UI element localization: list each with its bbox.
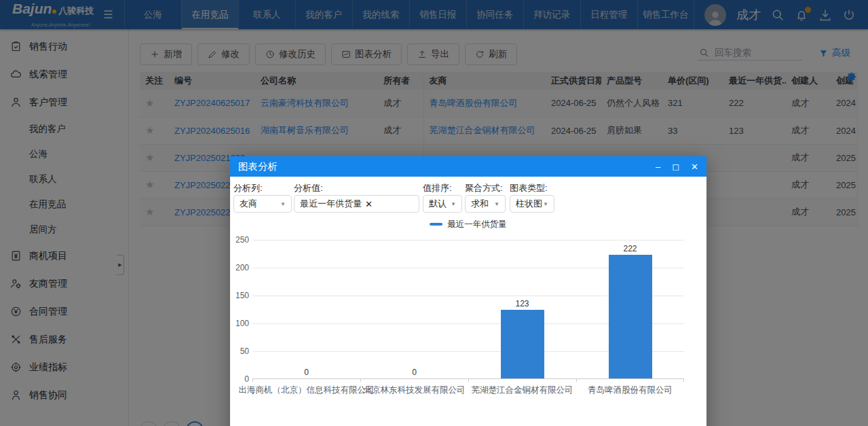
y-axis-tick-label: 200: [227, 263, 249, 272]
aggregation-label: 聚合方式:: [465, 181, 510, 195]
analysis-column-label: 分析列:: [233, 181, 294, 195]
chart-type-label: 图表类型:: [510, 181, 557, 195]
modal-header[interactable]: 图表分析 – ◻ ✕: [230, 156, 706, 177]
chart-plot-area: 0501001502002500出海商机（北京）信息科技有限公司0北京林东科技发…: [252, 240, 684, 379]
bar-chart: 最近一年供货量 0501001502002500出海商机（北京）信息科技有限公司…: [230, 217, 706, 379]
x-axis-category-label: 青岛啤酒股份有限公司: [588, 385, 673, 396]
chart-type-field: 图表类型: 柱状图 ▼: [510, 181, 557, 213]
x-axis-category-label: 芜湖楚江合金铜材有限公司: [472, 385, 573, 396]
sort-value: 默认: [429, 198, 447, 210]
analysis-column-value: 友商: [240, 198, 257, 210]
y-axis-tick-label: 0: [227, 374, 249, 384]
remove-value-icon[interactable]: ✕: [365, 199, 373, 209]
x-axis-category-label: 北京林东科技发展有限公司: [364, 385, 466, 396]
analysis-column-field: 分析列: 友商 ▼: [233, 181, 294, 213]
bar[interactable]: [609, 255, 652, 378]
chevron-down-icon: ▼: [280, 201, 286, 207]
bar-value-label: 0: [388, 368, 442, 377]
bar-value-label: 123: [495, 299, 550, 308]
analysis-value-field: 分析值: 最近一年供货量 ✕: [294, 181, 423, 213]
x-axis-tick: [360, 378, 361, 382]
y-axis-tick-label: 50: [227, 347, 249, 356]
aggregation-value: 求和: [471, 198, 489, 210]
chart-config-fields: 分析列: 友商 ▼ 分析值: 最近一年供货量 ✕ 值排序:: [233, 181, 703, 213]
aggregation-field: 聚合方式: 求和 ▼: [465, 181, 510, 213]
modal-body: 分析列: 友商 ▼ 分析值: 最近一年供货量 ✕ 值排序:: [230, 177, 706, 217]
legend-marker: [430, 223, 442, 226]
analysis-column-select[interactable]: 友商 ▼: [233, 195, 292, 213]
window-controls: – ◻ ✕: [656, 162, 698, 171]
bar-value-label: 0: [280, 368, 334, 377]
x-axis-tick: [576, 378, 577, 382]
chart-legend[interactable]: 最近一年供货量: [230, 217, 706, 231]
sort-field: 值排序: 默认 ▼: [423, 181, 465, 213]
maximize-icon[interactable]: ◻: [672, 162, 679, 171]
close-icon[interactable]: ✕: [691, 162, 698, 171]
bar-value-label: 222: [603, 244, 658, 253]
aggregation-select[interactable]: 求和 ▼: [465, 195, 506, 213]
y-axis-tick-label: 250: [227, 235, 249, 245]
chevron-down-icon: ▼: [543, 201, 548, 207]
modal-title: 图表分析: [238, 160, 278, 173]
chevron-down-icon: ▼: [494, 201, 499, 207]
gridline: [252, 240, 684, 241]
chart-type-select[interactable]: 柱状图 ▼: [510, 195, 554, 213]
legend-label: 最近一年供货量: [447, 219, 507, 230]
sort-select[interactable]: 默认 ▼: [423, 195, 462, 213]
app: Bajun 八骏科技 Anyone,Anytime,Anywhere! ☰ 公海…: [0, 0, 868, 426]
bar[interactable]: [501, 310, 544, 378]
chart-analysis-modal: 图表分析 – ◻ ✕ 分析列: 友商 ▼ 分析值: 最近一: [230, 156, 706, 426]
y-axis-tick-label: 100: [227, 319, 249, 328]
analysis-value-input[interactable]: 最近一年供货量 ✕: [294, 195, 419, 213]
minimize-icon[interactable]: –: [656, 162, 660, 171]
chevron-down-icon: ▼: [451, 201, 456, 207]
x-axis-category-label: 出海商机（北京）信息科技有限公司: [239, 385, 375, 396]
chart-type-value: 柱状图: [516, 198, 542, 210]
x-axis-tick: [252, 378, 253, 382]
analysis-value-label: 分析值:: [294, 181, 423, 195]
x-axis-tick: [683, 378, 684, 382]
y-axis-tick-label: 150: [227, 291, 249, 300]
x-axis-tick: [468, 378, 469, 382]
analysis-value-tag: 最近一年供货量: [300, 198, 362, 210]
sort-label: 值排序:: [423, 181, 465, 195]
